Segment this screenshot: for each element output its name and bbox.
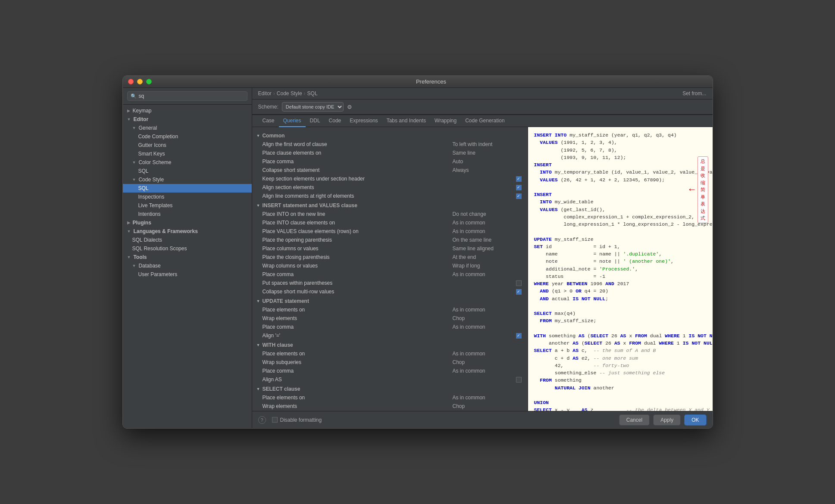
checkbox-spaces-parens[interactable] [516,280,522,286]
setting-row: Place comma Auto [252,157,528,166]
checkbox-disable-formatting[interactable] [272,417,278,423]
sidebar-item-database[interactable]: ▼ Database [123,261,252,270]
section-select-header[interactable]: ▼ SELECT clause [252,384,528,393]
sidebar-item-gutter-icons[interactable]: Gutter Icons [123,141,252,149]
section-common-header[interactable]: ▼ Common [252,131,528,140]
sidebar-item-tools[interactable]: ▼ Tools [123,253,252,261]
section-with-label: WITH clause [262,342,293,348]
checkbox-align-comments[interactable] [516,193,522,199]
sidebar-item-color-scheme[interactable]: ▼ Color Scheme [123,158,252,167]
setting-row: Align the first word of clause To left w… [252,140,528,149]
search-icon: 🔍 [131,93,137,99]
setting-row[interactable]: Keep section elements under section head… [252,174,528,183]
sidebar-item-color-scheme-sql[interactable]: SQL [123,167,252,175]
tabs-row: Case Queries DDL Code Expressions Tabs a… [252,115,713,127]
setting-row: Wrap elements Chop [252,402,528,411]
scheme-label: Scheme: [258,104,278,110]
setting-collapse-short: Collapse short statement Always [252,166,528,174]
setting-row[interactable]: Align section elements [252,183,528,192]
breadcrumb-code-style: Code Style [277,90,302,96]
bottom-bar: ? Disable formatting Cancel Apply OK [252,411,713,428]
sidebar-item-live-templates[interactable]: Live Templates [123,201,252,210]
sidebar-item-code-completion[interactable]: Code Completion [123,132,252,141]
tab-ddl[interactable]: DDL [306,115,325,127]
tab-case[interactable]: Case [258,115,279,127]
tab-code[interactable]: Code [325,115,346,127]
search-input-wrap[interactable]: 🔍 [127,91,247,101]
help-icon[interactable]: ? [258,416,266,424]
scheme-row: Scheme: Default stone copy IDE ⚙ [252,100,713,115]
section-insert-header[interactable]: ▼ INSERT statement and VALUES clause [252,200,528,210]
section-update-header[interactable]: ▼ UPDATE statement [252,296,528,305]
section-common-arrow: ▼ [256,134,260,138]
tab-code-generation[interactable]: Code Generation [461,115,509,127]
breadcrumb-editor: Editor [258,90,272,96]
sidebar-item-inspections[interactable]: Inspections [123,193,252,201]
sidebar-item-general[interactable]: ▼ General [123,124,252,132]
setting-row: Place elements on As in common [252,393,528,402]
section-select-label: SELECT clause [262,386,300,392]
setting-row[interactable]: Collapse short multi-row values [252,287,528,296]
breadcrumb-sql: SQL [307,90,318,96]
checkbox-collapse-short[interactable] [516,289,522,295]
sidebar-item-sql-dialects[interactable]: SQL Dialects [123,236,252,244]
sidebar-tree: ▶ Keymap ▼ Editor ▼ General Code Complet… [123,105,252,428]
section-update-label: UPDATE statement [262,298,309,304]
checkbox-with-align-as[interactable] [516,377,522,383]
setting-row: Place comma As in common [252,367,528,375]
sidebar: 🔍 ▶ Keymap ▼ Editor ▼ General [123,88,252,428]
checkbox-keep-section[interactable] [516,176,522,182]
search-input[interactable] [139,93,244,99]
settings-panel: ▼ Common Align the first word of clause … [252,127,528,411]
tab-expressions[interactable]: Expressions [345,115,382,127]
tab-queries[interactable]: Queries [279,115,306,127]
disable-formatting[interactable]: Disable formatting [272,417,322,423]
checkbox-align-eq[interactable] [516,333,522,339]
sidebar-item-user-parameters[interactable]: User Parameters [123,270,252,279]
minimize-button[interactable] [137,79,143,84]
setting-row: Place clause elements on Same line [252,149,528,157]
setting-row: Place comma As in common [252,270,528,279]
setting-row[interactable]: Align AS [252,375,528,384]
setting-row: Wrap columns or values Wrap if long [252,261,528,270]
section-with-header[interactable]: ▼ WITH clause [252,340,528,349]
window-title: Preferences [155,78,707,85]
annotation-bubble: 总是收缩简单表达式 [697,156,708,223]
sidebar-item-code-style[interactable]: ▼ Code Style [123,175,252,184]
checkbox-align-section[interactable] [516,185,522,190]
title-bar: Preferences [123,76,713,88]
sidebar-item-sql[interactable]: SQL [123,184,252,193]
sidebar-item-plugins[interactable]: ▶ Plugins [123,218,252,227]
scheme-select[interactable]: Default stone copy IDE [282,102,344,112]
disable-formatting-label: Disable formatting [280,417,322,423]
gear-icon[interactable]: ⚙ [347,104,352,110]
setting-row: Place VALUES clause elements (rows) on A… [252,227,528,236]
sidebar-item-lang-frameworks[interactable]: ▼ Languages & Frameworks [123,227,252,236]
tab-tabs-and-indents[interactable]: Tabs and Indents [382,115,430,127]
search-bar: 🔍 [123,88,252,105]
setting-row: Place elements on As in common [252,349,528,358]
sidebar-item-editor[interactable]: ▼ Editor [123,115,252,124]
section-common-label: Common [262,133,285,139]
maximize-button[interactable] [146,79,152,84]
sidebar-item-intentions[interactable]: Intentions [123,210,252,218]
setting-spaces-within-parens[interactable]: Put spaces within parentheses [252,279,528,287]
sidebar-item-keymap[interactable]: ▶ Keymap [123,106,252,115]
sidebar-item-sql-resolution-scopes[interactable]: SQL Resolution Scopes [123,244,252,253]
set-from-link[interactable]: Set from... [682,90,706,96]
sidebar-item-smart-keys[interactable]: Smart Keys [123,149,252,158]
setting-row: Wrap elements Chop [252,314,528,323]
close-button[interactable] [128,79,134,84]
setting-row[interactable]: Align '=' [252,331,528,340]
setting-row[interactable]: Align line comments at right of elements [252,192,528,200]
preferences-window: Preferences 🔍 ▶ Keymap ▼ Editor [122,75,713,429]
setting-row: Wrap subqueries Chop [252,358,528,367]
code-preview: INSERT INTO my_staff_size (year, q1, q2,… [528,127,713,411]
content-area: ▼ Common Align the first word of clause … [252,127,713,411]
apply-button[interactable]: Apply [653,414,681,426]
tab-wrapping[interactable]: Wrapping [430,115,461,127]
main-content: Editor › Code Style › SQL Set from... Sc… [252,88,713,428]
cancel-button[interactable]: Cancel [619,414,650,426]
setting-row: Place INTO on the new line Do not change [252,210,528,218]
ok-button[interactable]: OK [684,414,706,426]
